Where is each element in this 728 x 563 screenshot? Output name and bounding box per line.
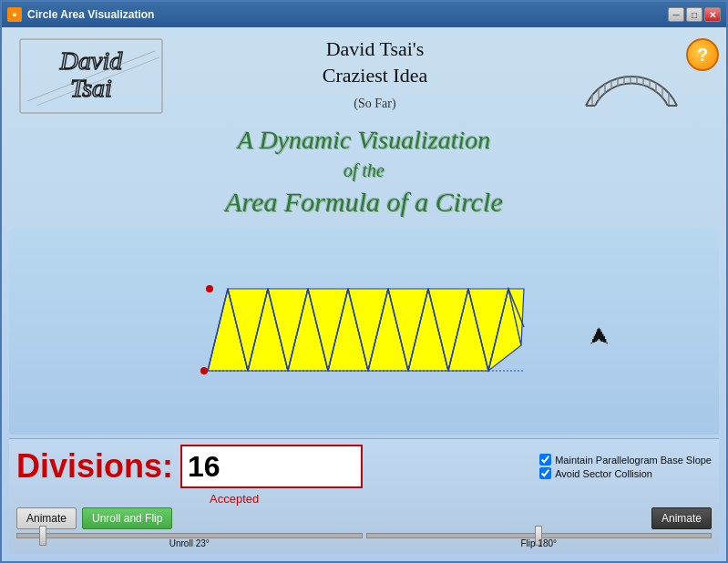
avoid-collision-label: Avoid Sector Collision [555,468,652,479]
visualization-area: .sector-fill { fill: #ffff00; stroke: #2… [9,229,719,435]
content-area: David Tsai David Tsai's Craziest Idea (S… [2,27,726,561]
controls-row1: Divisions: Maintain Parallelogram Base S… [16,445,712,488]
flip-label: Flip 180° [520,538,557,548]
minimize-button[interactable]: ─ [668,7,684,22]
maintain-slope-checkbox[interactable] [539,454,551,466]
header-text: David Tsai's Craziest Idea (So Far) [173,36,577,115]
checkbox-row-1: Maintain Parallelogram Base Slope [539,454,712,466]
header-title-line2: Craziest Idea [323,64,427,87]
script-title: A Dynamic Visualization of the Area Form… [9,122,719,221]
header-title-line3: (So Far) [354,97,395,110]
svg-point-22 [200,367,208,374]
cursor-pointer-icon: ⮝ [590,324,610,348]
avoid-collision-checkbox[interactable] [539,467,551,479]
header-section: David Tsai David Tsai's Craziest Idea (S… [9,35,719,117]
arc-graphic [577,39,686,112]
divisions-label: Divisions: [16,447,173,486]
script-line3: Area Formula of a Circle [9,183,719,221]
flip-slider-wrapper: Flip 180° [366,533,713,548]
unroll-label: Unroll 23° [169,538,210,548]
help-button[interactable]: ? [686,38,719,71]
maximize-button[interactable]: □ [686,7,702,22]
maintain-slope-label: Maintain Parallelogram Base Slope [555,455,712,466]
script-line2: of the [9,158,719,183]
controls-area: Divisions: Maintain Parallelogram Base S… [9,438,719,554]
header-title-line1: David Tsai's [326,37,425,60]
arc-svg [581,42,682,110]
svg-point-21 [206,285,213,292]
sectors-visualization: .sector-fill { fill: #ffff00; stroke: #2… [200,272,528,391]
title-bar: ● Circle Area Visualization ─ □ ✕ [2,2,726,27]
script-line1: A Dynamic Visualization [9,122,719,158]
app-icon: ● [7,7,22,22]
logo-area: David Tsai [9,35,173,117]
window-title: Circle Area Visualization [27,8,662,21]
logo-svg: David Tsai [18,37,164,115]
window-controls: ─ □ ✕ [668,7,721,22]
close-button[interactable]: ✕ [704,7,721,22]
svg-text:David: David [59,46,123,75]
accepted-text: Accepted [210,492,712,506]
unroll-slider-wrapper: Unroll 23° [16,533,363,548]
divisions-input[interactable] [180,445,363,488]
sliders-row: Unroll 23° Flip 180° [16,533,712,548]
checkboxes-panel: Maintain Parallelogram Base Slope Avoid … [539,454,712,479]
checkbox-row-2: Avoid Sector Collision [539,467,712,479]
main-window: ● Circle Area Visualization ─ □ ✕ David … [0,0,728,563]
